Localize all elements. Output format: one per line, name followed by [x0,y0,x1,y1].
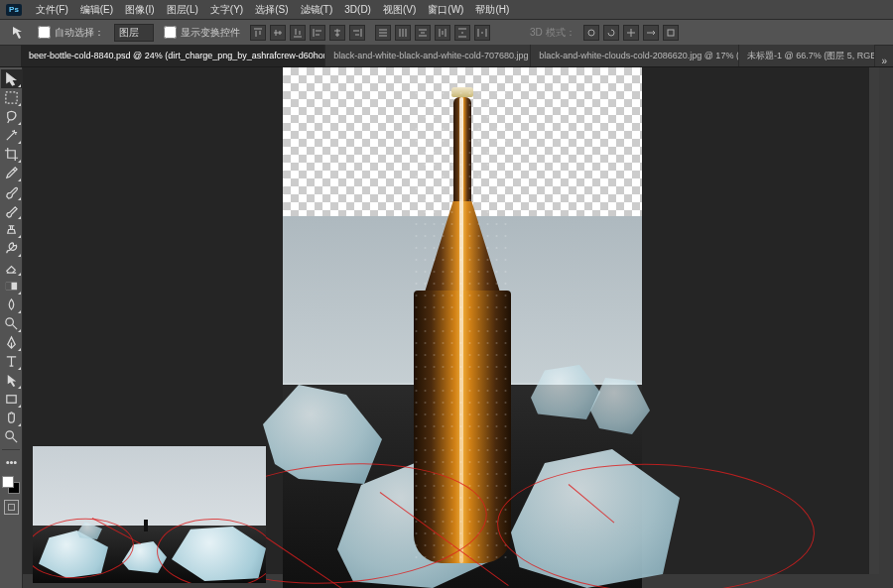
threeD-slide[interactable] [643,25,659,41]
distribute-6[interactable] [474,25,490,41]
distribute-group [375,25,490,41]
crop-tool[interactable] [1,145,22,164]
align-bottom[interactable] [290,25,306,41]
distribute-2[interactable] [395,25,411,41]
tool-divider [2,449,20,450]
align-vcenter[interactable] [270,25,286,41]
eraser-tool[interactable] [1,258,22,277]
svg-rect-6 [6,396,15,404]
menu-type[interactable]: 文字(Y) [204,3,249,17]
foreground-color[interactable] [2,476,14,488]
pen-tool[interactable] [1,333,22,352]
person-silhouette [144,520,148,531]
quick-mask-toggle[interactable] [4,500,19,515]
threeD-scale[interactable] [663,25,679,41]
threeD-mode-label: 3D 模式： [530,26,575,40]
auto-select-input[interactable] [38,26,51,39]
menu-help[interactable]: 帮助(H) [469,3,515,17]
document-tab[interactable]: black-and-white-black-and-white-cold-707… [325,45,531,66]
rectangular-marquee-tool[interactable] [1,88,22,107]
color-swatches[interactable] [2,476,20,494]
menu-layer[interactable]: 图层(L) [161,3,204,17]
svg-point-0 [588,30,594,36]
tab-label: black-and-white-clouds-cold-2086620.jpg … [539,50,739,62]
svg-rect-1 [668,30,674,36]
show-transform-label: 显示变换控件 [181,26,240,40]
align-top[interactable] [250,25,266,41]
hand-tool[interactable] [1,409,22,427]
svg-point-7 [5,431,13,439]
scroll-corner [879,574,893,588]
threeD-mode-group [583,25,679,41]
tab-label: 未标题-1 @ 66.7% (图层 5, RGB/8... [747,50,875,62]
zoom-tool[interactable] [1,427,22,446]
edit-toolbar-button[interactable] [1,453,22,472]
lasso-tool[interactable] [1,107,22,126]
threeD-roll[interactable] [603,25,619,41]
document-tab[interactable]: black-and-white-clouds-cold-2086620.jpg … [531,45,739,66]
move-tool[interactable] [1,69,22,88]
dodge-tool[interactable] [1,314,22,333]
distribute-4[interactable] [435,25,450,41]
reference-thumbnail[interactable] [33,446,266,583]
app-logo: Ps [6,4,22,16]
toolbox [0,67,23,588]
brush-tool[interactable] [1,201,22,220]
menu-3d[interactable]: 3D(D) [338,4,377,15]
collapsed-panels-strip[interactable] [869,67,879,588]
blur-tool[interactable] [1,295,22,314]
svg-point-5 [5,318,13,326]
main-area [0,67,893,588]
svg-point-10 [14,462,16,464]
menu-image[interactable]: 图像(I) [119,3,160,17]
threeD-pan[interactable] [623,25,639,41]
auto-select-checkbox[interactable]: 自动选择： [38,26,104,40]
distribute-5[interactable] [454,25,470,41]
rectangle-shape-tool[interactable] [1,390,22,409]
menu-filter[interactable]: 滤镜(T) [295,3,339,17]
menu-select[interactable]: 选择(S) [249,3,294,17]
path-selection-tool[interactable] [1,371,22,390]
document-tab[interactable]: beer-bottle-cold-8840.psd @ 24% (dirt_ch… [21,45,325,66]
magic-wand-tool[interactable] [1,126,22,145]
tab-overflow-icon[interactable]: » [875,56,893,66]
align-hcenter[interactable] [329,25,345,41]
beer-bottle [412,87,513,563]
auto-select-label: 自动选择： [55,26,104,40]
current-tool-icon[interactable] [8,23,30,43]
svg-rect-2 [5,92,16,103]
threeD-orbit[interactable] [583,25,599,41]
svg-point-9 [10,462,12,464]
type-tool[interactable] [1,352,22,371]
align-right[interactable] [349,25,365,41]
canvas-area[interactable] [23,67,893,588]
document-canvas[interactable] [283,67,642,588]
auto-select-dropdown[interactable]: 图层 [114,24,154,42]
options-bar: 自动选择： 图层 显示变换控件 3D 模式： [0,20,893,46]
menu-edit[interactable]: 编辑(E) [74,3,119,17]
menu-file[interactable]: 文件(F) [30,3,74,17]
distribute-1[interactable] [375,25,391,41]
distribute-3[interactable] [415,25,431,41]
menu-bar: Ps 文件(F) 编辑(E) 图像(I) 图层(L) 文字(Y) 选择(S) 滤… [0,0,893,20]
menu-window[interactable]: 窗口(W) [422,3,469,17]
tab-label: beer-bottle-cold-8840.psd @ 24% (dirt_ch… [29,50,325,62]
document-tab-bar: beer-bottle-cold-8840.psd @ 24% (dirt_ch… [0,46,893,67]
show-transform-checkbox[interactable]: 显示变换控件 [164,26,240,40]
eyedropper-tool[interactable] [1,164,22,182]
spot-healing-brush-tool[interactable] [1,182,22,201]
scrollbar-vertical[interactable] [879,67,893,574]
align-left[interactable] [310,25,325,41]
show-transform-input[interactable] [164,26,177,39]
svg-point-8 [6,462,8,464]
align-group-1 [250,25,365,41]
tab-label: black-and-white-black-and-white-cold-707… [333,51,531,60]
history-brush-tool[interactable] [1,239,22,258]
svg-rect-4 [5,283,11,291]
document-tab[interactable]: 未标题-1 @ 66.7% (图层 5, RGB/8... × [739,45,875,66]
clone-stamp-tool[interactable] [1,220,22,239]
menu-view[interactable]: 视图(V) [377,3,422,17]
gradient-tool[interactable] [1,277,22,295]
